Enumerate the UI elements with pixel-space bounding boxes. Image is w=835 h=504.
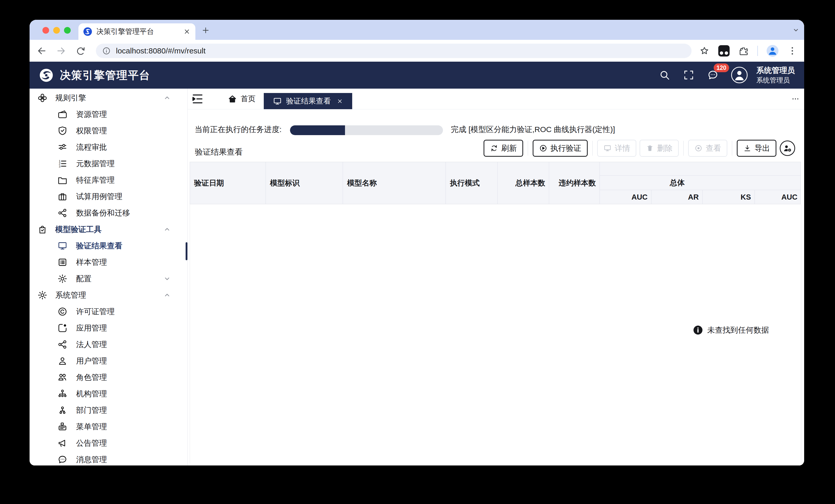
export-button[interactable]: 导出 bbox=[737, 140, 776, 157]
sidebar-item-流程审批[interactable]: 流程审批 bbox=[29, 139, 187, 155]
close-window-button[interactable] bbox=[42, 27, 49, 34]
sidebar-item-模型验证工具[interactable]: 模型验证工具 bbox=[29, 221, 187, 238]
header-band-top bbox=[755, 162, 801, 176]
browser-menu-icon[interactable] bbox=[787, 46, 797, 56]
gear-icon bbox=[57, 274, 68, 284]
sidebar-item-机构管理[interactable]: 机构管理 bbox=[29, 385, 187, 402]
button-label: 执行验证 bbox=[550, 143, 581, 154]
org2-icon bbox=[57, 405, 68, 415]
sub-column-header: KS bbox=[702, 190, 755, 204]
view-button[interactable]: 查看 bbox=[688, 140, 727, 157]
chevron-up-icon[interactable] bbox=[163, 291, 171, 299]
sidebar-item-验证结果查看[interactable]: 验证结果查看 bbox=[29, 238, 187, 254]
chatdots-icon bbox=[57, 455, 68, 465]
sliders-icon bbox=[57, 142, 68, 152]
sidebar-item-试算用例管理[interactable]: 试算用例管理 bbox=[29, 188, 187, 205]
delete-button[interactable]: 删除 bbox=[639, 140, 679, 157]
user-avatar[interactable] bbox=[731, 67, 748, 83]
sidebar-item-样本管理[interactable]: 样本管理 bbox=[29, 254, 187, 271]
browser-toolbar-right bbox=[699, 45, 797, 57]
listnum-icon: 123 bbox=[57, 159, 68, 169]
messages-icon[interactable]: 120 bbox=[707, 69, 719, 81]
cluster-icon bbox=[37, 93, 47, 103]
refresh-button[interactable]: 刷新 bbox=[484, 140, 523, 157]
sidebar-item-label: 公告管理 bbox=[76, 438, 107, 448]
forward-icon[interactable] bbox=[56, 45, 66, 56]
tab-validation-results[interactable]: 验证结果查看 bbox=[264, 93, 352, 109]
action-toolbar: 刷新执行验证详情删除查看导出 bbox=[484, 140, 795, 157]
sidebar-item-label: 流程审批 bbox=[76, 142, 107, 152]
sidebar-item-法人管理[interactable]: 法人管理 bbox=[29, 336, 187, 353]
tab-home[interactable]: 首页 bbox=[225, 89, 258, 109]
sidebar-item-消息管理[interactable]: 消息管理 bbox=[29, 451, 187, 465]
svg-text:3: 3 bbox=[59, 165, 60, 168]
sidebar-item-角色管理[interactable]: 角色管理 bbox=[29, 369, 187, 385]
browser-tab-title: 决策引擎管理平台 bbox=[96, 27, 183, 37]
search-icon[interactable] bbox=[659, 69, 670, 81]
sidebar-item-label: 应用管理 bbox=[76, 323, 107, 333]
address-bar[interactable]: localhost:8080/#/mv/result bbox=[96, 44, 692, 58]
task-progress-label: 当前正在执行的任务进度: bbox=[195, 124, 282, 135]
close-page-tab-icon[interactable] bbox=[337, 98, 343, 105]
sidebar-item-资源管理[interactable]: 资源管理 bbox=[29, 106, 187, 123]
appdot-icon bbox=[57, 323, 68, 333]
minimize-window-button[interactable] bbox=[53, 27, 60, 34]
user-settings-button[interactable] bbox=[780, 141, 795, 156]
sidebar-item-规则引擎[interactable]: 规则引擎 bbox=[29, 90, 187, 106]
new-tab-button[interactable] bbox=[201, 26, 210, 35]
sidebar-item-数据备份和迁移[interactable]: 数据备份和迁移 bbox=[29, 205, 187, 221]
extensions-puzzle-icon[interactable] bbox=[738, 46, 749, 56]
sidebar-item-权限管理[interactable]: 权限管理 bbox=[29, 123, 187, 139]
browser-window: 决策引擎管理平台 localhost:8080/#/mv/result bbox=[29, 20, 804, 465]
sidebar-item-label: 规则引擎 bbox=[55, 93, 86, 103]
column-header: 模型标识 bbox=[266, 162, 343, 204]
sidebar-item-label: 元数据管理 bbox=[76, 159, 115, 169]
run-validation-button[interactable]: 执行验证 bbox=[533, 140, 588, 157]
sidebar-item-特征库管理[interactable]: 特征库管理 bbox=[29, 172, 187, 188]
sidebar-item-部门管理[interactable]: 部门管理 bbox=[29, 402, 187, 418]
site-info-icon[interactable] bbox=[102, 46, 111, 55]
details-button[interactable]: 详情 bbox=[597, 140, 636, 157]
app-header-right: 120 系统管理员 系统管理员 bbox=[659, 66, 795, 84]
app-title: 决策引擎管理平台 bbox=[60, 68, 150, 82]
extension-icon[interactable] bbox=[718, 45, 730, 57]
monitor-icon bbox=[57, 241, 68, 251]
close-tab-icon[interactable] bbox=[183, 28, 191, 36]
user-info[interactable]: 系统管理员 系统管理员 bbox=[756, 66, 795, 84]
group-overflow: AUC bbox=[755, 162, 801, 204]
back-icon[interactable] bbox=[36, 45, 47, 56]
case-icon bbox=[57, 191, 68, 202]
column-header: 违约样本数 bbox=[549, 162, 600, 204]
url-text: localhost:8080/#/mv/result bbox=[116, 46, 206, 55]
fullscreen-icon[interactable] bbox=[683, 69, 695, 81]
page-title: 验证结果查看 bbox=[195, 147, 243, 158]
tab-search-chevron-icon[interactable] bbox=[792, 26, 799, 34]
sidebar-item-label: 角色管理 bbox=[76, 372, 107, 383]
bookmark-star-icon[interactable] bbox=[699, 46, 710, 56]
sidebar-item-label: 权限管理 bbox=[76, 126, 107, 136]
playcircle-icon bbox=[539, 144, 547, 152]
group-header: 总体 bbox=[600, 176, 755, 190]
sidebar-item-菜单管理[interactable]: 菜单管理 bbox=[29, 418, 187, 435]
browser-profile-avatar[interactable] bbox=[767, 45, 778, 57]
zoom-window-button[interactable] bbox=[64, 27, 71, 34]
toolbar-separator bbox=[528, 141, 528, 156]
monitor-icon bbox=[273, 97, 282, 106]
tab-options-icon[interactable] bbox=[790, 95, 800, 103]
sidebar-item-系统管理[interactable]: 系统管理 bbox=[29, 287, 187, 303]
sidebar-scrollbar[interactable] bbox=[186, 242, 187, 260]
collapse-sidebar-icon[interactable] bbox=[190, 92, 205, 106]
sidebar-item-配置[interactable]: 配置 bbox=[29, 271, 187, 287]
reload-icon[interactable] bbox=[75, 45, 86, 56]
monitor-icon bbox=[603, 144, 612, 152]
sidebar-item-应用管理[interactable]: 应用管理 bbox=[29, 320, 187, 336]
chevron-up-icon[interactable] bbox=[163, 94, 171, 102]
sidebar-item-公告管理[interactable]: 公告管理 bbox=[29, 435, 187, 451]
sidebar-item-许可证管理[interactable]: 许可证管理 bbox=[29, 303, 187, 320]
sidebar-item-元数据管理[interactable]: 123元数据管理 bbox=[29, 155, 187, 172]
browser-tab[interactable]: 决策引擎管理平台 bbox=[78, 23, 196, 40]
chevron-up-icon[interactable] bbox=[163, 226, 171, 233]
sidebar-item-用户管理[interactable]: 用户管理 bbox=[29, 353, 187, 369]
sidebar-item-label: 部门管理 bbox=[76, 405, 107, 416]
chevron-down-icon[interactable] bbox=[163, 275, 171, 282]
